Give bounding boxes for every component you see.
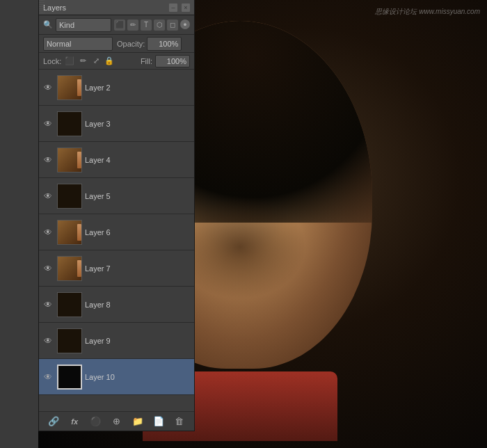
opacity-label: Opacity: [117,40,145,48]
layer-thumbnail [57,328,82,353]
new-adjustment-button[interactable]: ⊕ [109,415,123,429]
visibility-toggle[interactable]: 👁 [42,118,54,130]
shape-filter-icon[interactable]: ⬡ [154,19,165,31]
adjust-filter-icon[interactable]: ✏ [127,19,138,31]
pixel-filter-icon[interactable]: ⬛ [114,19,125,31]
watermark: 思缘设计论坛 www.missyuan.com [375,7,480,17]
layer-thumbnail [57,220,82,245]
filter-row: 🔍 Kind ⬛ ✏ T ⬡ ◻ ● [39,15,194,35]
layer-thumbnail [57,111,82,136]
new-layer-button[interactable]: 📄 [152,415,166,429]
fill-label: Fill: [141,57,152,65]
fill-input[interactable] [155,55,190,67]
layer-item[interactable]: 👁Layer 9 [39,323,194,359]
close-button[interactable]: × [182,3,190,12]
layer-item[interactable]: 👁Layer 2 [39,70,194,106]
lock-icons: ⬛ ✏ ⤢ 🔒 [64,56,115,67]
layers-title: Layers [43,3,66,12]
layers-panel: Layers – × 🔍 Kind ⬛ ✏ T ⬡ ◻ ● Normal Mul… [38,0,195,431]
layer-item[interactable]: 👁Layer 10 [39,359,194,395]
layers-list: 👁Layer 2👁Layer 3👁Layer 4👁Layer 5👁Layer 6… [39,70,194,406]
delete-layer-button[interactable]: 🗑 [173,415,186,429]
lock-label: Lock: [43,57,61,65]
visibility-toggle[interactable]: 👁 [42,81,54,94]
layer-thumbnail [57,184,82,209]
text-filter-icon[interactable]: T [141,19,152,31]
visibility-toggle[interactable]: 👁 [42,371,54,383]
new-group-button[interactable]: 📁 [131,415,145,429]
layer-thumbnail [57,292,82,317]
smart-filter-icon[interactable]: ◻ [167,19,178,31]
visibility-toggle[interactable]: 👁 [42,335,54,347]
link-layers-button[interactable]: 🔗 [47,415,61,429]
lock-row: Lock: ⬛ ✏ ⤢ 🔒 Fill: [39,53,194,70]
layer-item[interactable]: 👁Layer 3 [39,106,194,142]
minimize-button[interactable]: – [169,3,177,12]
layer-item[interactable]: 👁Layer 5 [39,178,194,214]
visibility-toggle[interactable]: 👁 [42,298,54,311]
title-controls: – × [169,3,190,12]
opacity-wrapper: Opacity: [117,37,182,51]
blend-mode-row: Normal Multiply Screen Overlay Opacity: [39,35,194,53]
blend-mode-wrapper: Normal Multiply Screen Overlay [43,37,113,51]
layer-name: Layer 8 [85,301,191,309]
layer-name: Layer 7 [85,264,191,273]
fx-button[interactable]: fx [67,415,81,429]
layer-thumbnail [57,147,82,173]
filter-toggle[interactable]: ● [180,19,190,29]
layer-item[interactable]: 👁Layer 6 [39,214,194,250]
layer-name: Layer 4 [85,156,191,164]
layer-name: Layer 5 [85,192,191,200]
blend-mode-dropdown[interactable]: Normal Multiply Screen Overlay [43,37,113,51]
layer-name: Layer 3 [85,120,191,128]
layer-thumbnail [57,75,82,100]
layers-title-bar: Layers – × [39,0,194,15]
lock-artboard-icon[interactable]: ⤢ [90,56,102,67]
layer-name: Layer 9 [85,337,191,345]
filter-icons: ⬛ ✏ T ⬡ ◻ ● [114,19,190,31]
lock-pixels-icon[interactable]: ⬛ [64,56,75,67]
layer-item[interactable]: 👁Layer 4 [39,142,194,178]
visibility-toggle[interactable]: 👁 [42,190,54,202]
opacity-input[interactable] [147,37,182,51]
visibility-toggle[interactable]: 👁 [42,226,54,239]
panel-grip [39,0,45,15]
visibility-toggle[interactable]: 👁 [42,154,54,166]
layer-thumbnail [57,365,82,390]
layer-name: Layer 6 [85,228,191,237]
layer-item[interactable]: 👁Layer 7 [39,250,194,287]
layer-item[interactable]: 👁Layer 8 [39,287,194,323]
layers-bottom-toolbar: 🔗 fx ⚫ ⊕ 📁 📄 🗑 [39,411,194,431]
search-icon: 🔍 [43,20,53,29]
add-mask-button[interactable]: ⚫ [88,415,102,429]
visibility-toggle[interactable]: 👁 [42,262,54,275]
lock-position-icon[interactable]: ✏ [77,56,88,67]
filter-dropdown[interactable]: Kind [56,18,111,32]
layer-thumbnail [57,256,82,281]
lock-all-icon[interactable]: 🔒 [104,56,115,67]
layer-name: Layer 2 [85,83,191,92]
layer-name: Layer 10 [85,373,191,381]
